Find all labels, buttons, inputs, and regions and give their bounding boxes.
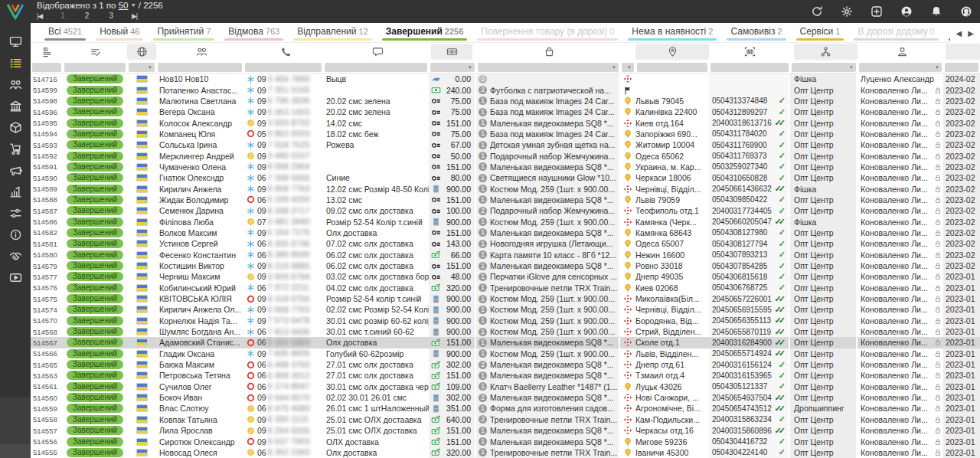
filter-phone[interactable] [245, 63, 322, 72]
filter-name[interactable] [158, 63, 242, 72]
products-icon[interactable] [0, 116, 31, 138]
column-header-manager[interactable] [861, 44, 943, 60]
tab-0[interactable]: Всі4521 [41, 23, 89, 42]
tab-1[interactable]: Новый46 [93, 23, 146, 42]
table-row[interactable]: 514560ЗавершенийБокоч Иван099 644 657002… [31, 392, 980, 403]
tutorials-icon[interactable] [0, 267, 31, 288]
last-page-button[interactable]: ▶| [132, 12, 137, 20]
gear-icon[interactable] [841, 5, 853, 18]
table-row[interactable]: 514575ЗавершенийКВІТОВСЬКА ЮЛІЯ099 318 0… [31, 293, 980, 304]
filter-tracking[interactable] [710, 63, 789, 72]
column-header-tracking[interactable] [712, 44, 787, 60]
column-header-flag[interactable] [127, 44, 156, 60]
filter-flag[interactable]: ▼ [129, 63, 155, 72]
column-header-product[interactable] [479, 44, 620, 60]
sidebar-scroll-thumb[interactable] [0, 444, 31, 458]
table-row[interactable]: 514559ЗавершенийВлас Слотюу068 475 40802… [31, 403, 980, 414]
table-row[interactable]: 514582ЗавершенийВолков Максим096 154 717… [31, 227, 980, 238]
table-row[interactable]: 514567ЗавершенийАдамовский Станис...066 … [31, 337, 980, 348]
table-row[interactable]: 514566ЗавершенийГладик Оксана097 835 860… [31, 348, 980, 359]
tab-3[interactable]: Відмова763 [221, 23, 286, 42]
table-row[interactable]: 514563ЗавершенийПетровська Тетяна066 958… [31, 370, 980, 381]
page-1-button[interactable]: 1 [60, 11, 65, 20]
first-page-button[interactable]: |◀ [37, 12, 42, 20]
table-row[interactable]: 514598ЗавершенийМалютина Светлана096 796… [31, 96, 980, 106]
per-page-select[interactable]: 50 [119, 1, 129, 10]
info-icon[interactable] [0, 224, 31, 245]
filter-manager[interactable]: ▼ [859, 63, 942, 72]
marketing-icon[interactable] [0, 159, 31, 181]
table-row[interactable]: 514595ЗавершенийКолосок Александр093 559… [31, 117, 980, 128]
filter-source[interactable]: ▼ [792, 63, 856, 72]
column-header-phone[interactable] [247, 44, 323, 60]
table-row[interactable]: 514574ЗавершенийКирилич Анжела Ол...096 … [31, 304, 980, 315]
tab-2[interactable]: Прийнятий7 [150, 23, 217, 42]
column-header-delivery[interactable] [620, 44, 635, 60]
table-row[interactable]: 514557ЗавершенийЛила Ярослав098 254 5035… [31, 425, 980, 436]
filter-status[interactable] [64, 63, 126, 72]
column-header-date[interactable] [946, 44, 980, 60]
filter-location[interactable] [637, 63, 707, 72]
company-icon[interactable] [0, 95, 31, 116]
table-row[interactable]: 514570ЗавершенийКорнелюк Надія Та...097 … [31, 316, 980, 326]
filter-delivery[interactable]: ▼ [622, 63, 634, 72]
table-row[interactable]: 514568ЗавершенийШумляс Богдана Ан...067 … [31, 326, 980, 337]
column-header-location[interactable] [635, 44, 709, 60]
table-row[interactable]: 514586ЗавершенийФіліпова Люба073 481 394… [31, 216, 980, 227]
tabs-scroll-right-icon[interactable]: ▶ [968, 29, 974, 38]
table-row[interactable]: 514589ЗавершенийКирилич Анжела096 668 77… [31, 183, 980, 194]
warehouse-icon[interactable] [0, 138, 31, 159]
column-header-price[interactable] [431, 44, 472, 60]
tab-9[interactable]: Сервіси1 [793, 23, 848, 42]
table-row[interactable]: 514556ЗавершенийСиротюк Олександр099 637… [31, 436, 980, 447]
tab-6[interactable]: Повернення товару (в дорозі)0 [474, 23, 621, 42]
settings-icon[interactable] [0, 202, 31, 224]
table-row[interactable]: 514596ЗавершенийВегера Оксана096 363 143… [31, 106, 980, 117]
bell-icon[interactable] [930, 5, 942, 18]
table-row[interactable]: 514577ЗавершенийЧерниш Максим093 609 678… [31, 271, 980, 282]
partners-icon[interactable] [0, 245, 31, 267]
table-row[interactable]: 514588ЗавершенийЖидак Володимир066 199 4… [31, 195, 980, 205]
table-row[interactable]: 514593ЗавершенийСольська Ірина097 918 75… [31, 139, 980, 150]
filter-price[interactable]: ▼ [430, 63, 475, 72]
table-row[interactable]: 514590ЗавершенийГнатюк Олексндр067 398 5… [31, 172, 980, 183]
column-header-comment[interactable] [326, 44, 429, 60]
app-logo[interactable] [0, 0, 31, 23]
column-header-status[interactable] [63, 44, 127, 60]
tab-7[interactable]: Нема в наявності2 [625, 23, 720, 42]
per-page-caret-icon[interactable]: ▼ [131, 2, 136, 8]
tab-4[interactable]: Відправлений12 [290, 23, 375, 42]
avatar-icon[interactable] [900, 5, 913, 18]
column-header-source[interactable] [794, 44, 858, 60]
sidebar-scroll-track[interactable] [0, 397, 31, 444]
dashboard-icon[interactable] [0, 31, 31, 52]
add-order-icon[interactable] [871, 5, 883, 18]
statistics-icon[interactable] [0, 181, 31, 202]
orders-icon[interactable] [0, 52, 31, 74]
tab-8[interactable]: Самовивіз2 [724, 23, 789, 42]
column-header-id[interactable]: ID [33, 44, 63, 60]
column-header-name[interactable] [159, 44, 243, 60]
table-row[interactable]: 514591ЗавершенийЧумаченко Олена098 058 2… [31, 162, 980, 172]
tab-5[interactable]: Завершений2256 [379, 23, 471, 42]
tabs-scroll-left-icon[interactable]: ◀ [956, 29, 962, 38]
filter-product[interactable]: ▼ [478, 63, 619, 72]
table-row[interactable]: 514565ЗавершенийБаюка Максим066 498 3750… [31, 359, 980, 370]
table-row[interactable]: 514555ЗавершенийНовосад Олеся068 362 239… [31, 447, 980, 458]
filter-id[interactable] [32, 63, 61, 72]
table-row[interactable]: 514558ЗавершенийКовпак Татьяна098 390 11… [31, 414, 980, 425]
table-row[interactable]: 514587ЗавершенийСеменюк Дарина098 398 27… [31, 205, 980, 216]
clients-icon[interactable] [0, 74, 31, 95]
filter-date[interactable] [945, 63, 978, 72]
support-icon[interactable] [960, 5, 972, 18]
page-2-button[interactable]: 2 [85, 11, 90, 20]
table-row[interactable]: 514592ЗавершенийМерклингер Андрей093 490… [31, 150, 980, 161]
table-row[interactable]: 514576ЗавершенийКобилинський Юрий067 972… [31, 283, 980, 293]
table-row[interactable]: 514599ЗавершенийПотапенко Анастас...097 … [31, 84, 980, 95]
refresh-icon[interactable] [811, 5, 823, 18]
table-row[interactable]: 514561ЗавершенийСучилов Олег066 174 8047… [31, 381, 980, 392]
table-row[interactable]: 514594ЗавершенийКомпанец Юля050 862 0033… [31, 129, 980, 139]
table-row[interactable]: 514716ЗавершенийНов10 Нов10093 456 7890В… [31, 74, 980, 84]
page-3-button[interactable]: 3 [109, 11, 113, 20]
table-row[interactable]: 514580ЗавершенийФесенко Константин068 38… [31, 250, 980, 260]
